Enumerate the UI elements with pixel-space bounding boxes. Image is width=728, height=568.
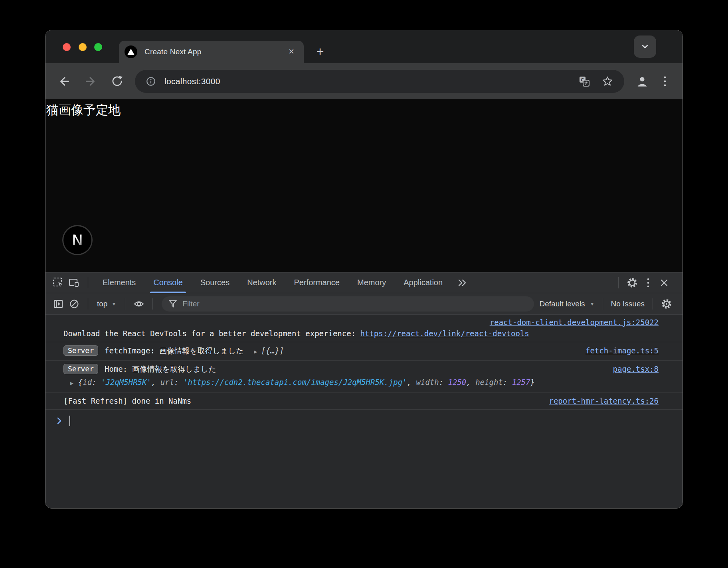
- browser-window: Create Next App × +: [45, 30, 683, 509]
- separator: [603, 298, 603, 310]
- browser-tab[interactable]: Create Next App ×: [119, 41, 304, 63]
- context-selector[interactable]: top ▼: [94, 300, 119, 308]
- source-link[interactable]: report-hmr-latency.ts:26: [549, 395, 659, 407]
- live-expression-button[interactable]: [131, 296, 147, 312]
- console-settings-button[interactable]: [659, 296, 675, 312]
- eye-icon: [133, 298, 145, 310]
- profile-button[interactable]: [633, 72, 651, 91]
- log-levels-selector[interactable]: Default levels ▼: [537, 300, 597, 308]
- server-badge: Server: [63, 345, 98, 356]
- tab-memory[interactable]: Memory: [348, 272, 395, 293]
- devtools-tabbar: Elements Console Sources Network Perform…: [46, 272, 682, 293]
- tab-console[interactable]: Console: [144, 272, 191, 293]
- separator: [88, 298, 88, 310]
- filter-funnel-icon: [168, 299, 178, 309]
- sidebar-panel-icon: [53, 298, 64, 310]
- info-icon: [146, 76, 156, 87]
- gear-icon: [661, 298, 673, 310]
- source-link[interactable]: page.tsx:8: [613, 363, 659, 375]
- separator: [618, 277, 619, 288]
- message-link[interactable]: https://react.dev/link/react-devtools: [360, 329, 529, 338]
- filter-input[interactable]: [182, 300, 527, 308]
- tab-elements[interactable]: Elements: [94, 272, 144, 293]
- translate-button[interactable]: G: [576, 73, 593, 90]
- tab-network[interactable]: Network: [238, 272, 285, 293]
- browser-toolbar: localhost:3000 G: [46, 63, 682, 99]
- tab-strip: Create Next App × +: [46, 30, 682, 63]
- console-prompt[interactable]: [46, 410, 682, 427]
- gear-icon: [626, 277, 638, 289]
- devtools-close-button[interactable]: [656, 275, 672, 290]
- devtools-menu-button[interactable]: [640, 275, 656, 290]
- vercel-triangle-favicon-icon: [125, 45, 137, 58]
- page-viewport: 猫画像予定地 N: [46, 99, 682, 272]
- chevron-down-icon: ▼: [590, 301, 595, 307]
- tab-sources[interactable]: Sources: [192, 272, 238, 293]
- star-icon: [602, 76, 613, 87]
- nextjs-logo-icon: N: [62, 225, 93, 255]
- separator: [88, 277, 88, 288]
- expand-triangle-icon[interactable]: ▶: [70, 380, 73, 386]
- source-link[interactable]: react-dom-client.development.js:25022: [490, 318, 659, 327]
- object-array-preview[interactable]: [{…}]: [261, 346, 284, 355]
- traffic-close-icon[interactable]: [63, 43, 71, 51]
- message-text: Home: 画像情報を取得しました: [105, 365, 216, 373]
- traffic-minimize-icon[interactable]: [79, 43, 87, 51]
- tab-application[interactable]: Application: [395, 272, 451, 293]
- message-text: fetchImage: 画像情報を取得しました: [105, 346, 244, 355]
- back-arrow-icon: [57, 75, 71, 88]
- message-text: Download the React DevTools for a better…: [63, 329, 360, 338]
- page-heading: 猫画像予定地: [46, 102, 121, 118]
- tab-title: Create Next App: [144, 47, 285, 56]
- avatar-icon: [635, 75, 649, 88]
- levels-label: Default levels: [540, 300, 585, 308]
- bookmark-button[interactable]: [599, 73, 616, 90]
- back-button[interactable]: [55, 72, 73, 91]
- devtools-settings-button[interactable]: [624, 275, 640, 290]
- site-info-button[interactable]: [142, 73, 160, 90]
- server-badge: Server: [63, 364, 98, 374]
- omnibox[interactable]: localhost:3000 G: [135, 70, 624, 93]
- forward-button[interactable]: [81, 72, 100, 91]
- more-tabs-button[interactable]: [451, 278, 473, 288]
- object-preview[interactable]: {id: 'J2qM5HR5K', url: 'https://cdn2.the…: [78, 378, 535, 387]
- circle-slash-icon: [69, 298, 80, 310]
- console-filter[interactable]: [162, 296, 534, 312]
- separator: [653, 298, 653, 310]
- kebab-menu-icon: [647, 277, 650, 288]
- double-chevron-icon: [457, 278, 467, 288]
- kebab-menu-icon: [663, 75, 667, 88]
- console-row-home: ServerHome: 画像情報を取得しました page.tsx:8 ▶{id:…: [46, 361, 682, 392]
- message-text: [Fast Refresh] done in NaNms: [63, 396, 191, 405]
- devtools-panel: Elements Console Sources Network Perform…: [46, 272, 682, 508]
- close-icon: [659, 278, 669, 288]
- tab-close-icon[interactable]: ×: [285, 45, 298, 59]
- inspect-cursor-icon: [52, 277, 64, 289]
- new-tab-icon[interactable]: +: [312, 44, 328, 60]
- device-toolbar-button[interactable]: [66, 275, 82, 290]
- console-sidebar-toggle-button[interactable]: [50, 296, 66, 312]
- source-link[interactable]: fetch-image.ts:5: [586, 345, 659, 357]
- separator: [125, 298, 125, 310]
- url-text[interactable]: localhost:3000: [164, 77, 570, 86]
- chevron-down-icon: ▼: [111, 301, 116, 307]
- chevron-down-icon: [639, 41, 651, 53]
- reload-button[interactable]: [108, 72, 126, 91]
- forward-arrow-icon: [84, 75, 97, 88]
- device-toolbar-icon: [68, 277, 80, 289]
- prompt-chevron-icon: [57, 417, 62, 425]
- tab-search-button[interactable]: [634, 36, 656, 58]
- traffic-zoom-icon[interactable]: [94, 43, 102, 51]
- clear-console-button[interactable]: [66, 296, 82, 312]
- console-toolbar: top ▼ Default levels ▼: [46, 293, 682, 315]
- expand-triangle-icon[interactable]: ▶: [254, 349, 257, 355]
- console-row-react-devtools: react-dom-client.development.js:25022 Do…: [46, 315, 682, 342]
- browser-menu-button[interactable]: [657, 72, 673, 91]
- issues-counter[interactable]: No Issues: [609, 300, 647, 308]
- active-tab-underline: [150, 292, 186, 293]
- inspect-element-button[interactable]: [50, 275, 66, 290]
- tab-performance[interactable]: Performance: [285, 272, 349, 293]
- text-cursor: [69, 416, 70, 426]
- translate-icon: G: [579, 76, 590, 87]
- console-messages: react-dom-client.development.js:25022 Do…: [46, 315, 682, 508]
